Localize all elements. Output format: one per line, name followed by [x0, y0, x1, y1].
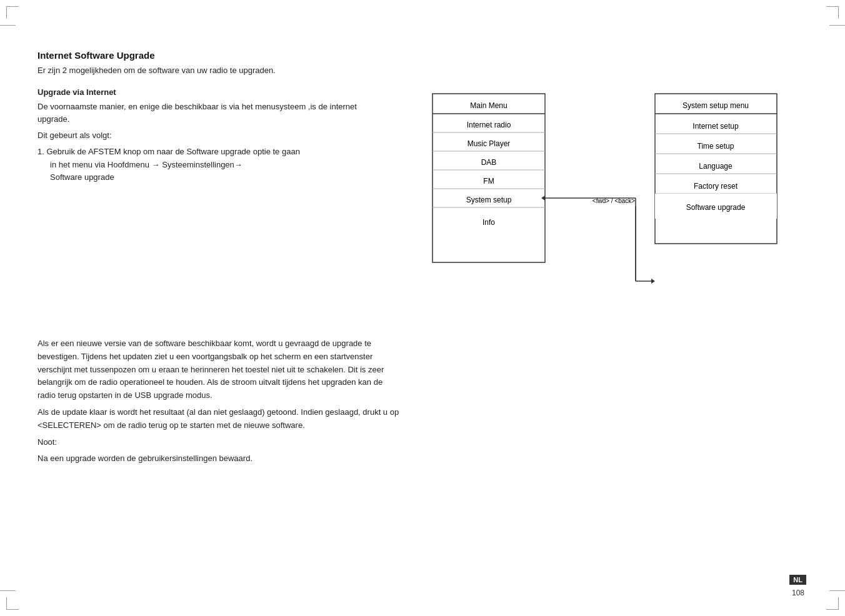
- lower-text-4: Na een upgrade worden de gebruikersinste…: [38, 452, 400, 465]
- menu-item-fm: FM: [483, 177, 494, 186]
- intro-text: Er zijn 2 mogelijkheden om de software v…: [38, 66, 400, 75]
- body-text-2: Dit gebeurt als volgt:: [38, 129, 388, 142]
- corner-mark-tl: [6, 6, 19, 19]
- system-item-time-setup: Time setup: [698, 142, 734, 151]
- system-item-internet-setup: Internet setup: [692, 122, 739, 131]
- right-arrow-head: [651, 279, 655, 284]
- tick-left-bottom: [0, 590, 16, 591]
- corner-mark-br: [826, 597, 839, 610]
- system-item-factory-reset: Factory reset: [694, 182, 738, 191]
- lower-text-1: Als er een nieuwe versie van de software…: [38, 337, 400, 402]
- left-column: Internet Software Upgrade Er zijn 2 moge…: [38, 50, 400, 184]
- menu-item-info: Info: [482, 218, 495, 227]
- page-content: Internet Software Upgrade Er zijn 2 moge…: [38, 50, 808, 579]
- body-text-block: De voornaamste manier, en enige die besc…: [38, 101, 388, 142]
- tick-right-bottom: [829, 590, 845, 591]
- tick-left-top: [0, 25, 16, 26]
- page-title: Internet Software Upgrade: [38, 50, 400, 61]
- system-item-language: Language: [699, 162, 732, 171]
- body-text-1: De voornaamste manier, en enige die besc…: [38, 101, 388, 126]
- tick-right-top: [829, 25, 845, 26]
- menu-item-music-player: Music Player: [468, 139, 511, 148]
- numbered-text-1b: Software upgrade: [50, 171, 388, 184]
- menu-item-dab: DAB: [481, 158, 497, 167]
- numbered-text-1: 1. Gebruik de AFSTEM knop om naar de Sof…: [38, 146, 388, 158]
- system-item-software-upgrade: Software upgrade: [686, 203, 746, 212]
- lower-text-2: Als de update klaar is wordt het resulta…: [38, 406, 400, 432]
- diagram-svg: Main Menu Internet radio Music Player DA…: [420, 87, 795, 356]
- page-number: 108: [792, 589, 804, 597]
- corner-mark-tr: [826, 6, 839, 19]
- lower-text-block: Als er een nieuwe versie van de software…: [38, 337, 400, 469]
- diagram-area: Main Menu Internet radio Music Player DA…: [420, 87, 808, 358]
- main-menu-title: Main Menu: [470, 101, 507, 110]
- numbered-item-1: 1. Gebruik de AFSTEM knop om naar de Sof…: [38, 146, 388, 183]
- numbered-text-1a: in het menu via Hoofdmenu → Systeeminste…: [50, 159, 388, 171]
- lang-badge: NL: [789, 575, 806, 585]
- system-menu-title: System setup menu: [682, 101, 749, 110]
- menu-item-internet-radio: Internet radio: [467, 121, 511, 129]
- lower-text-3: Noot:: [38, 436, 400, 449]
- menu-item-system-setup: System setup: [466, 196, 512, 204]
- section-heading: Upgrade via Internet: [38, 87, 400, 97]
- corner-mark-bl: [6, 597, 19, 610]
